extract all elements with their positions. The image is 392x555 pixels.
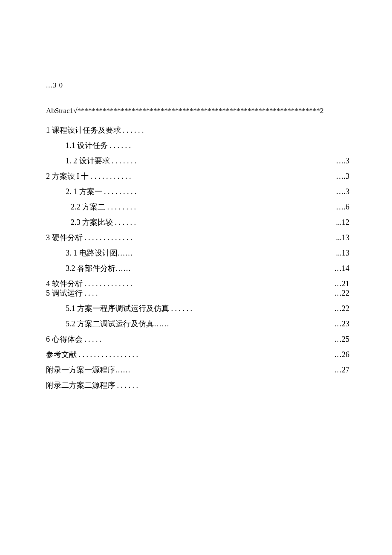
toc-entry-page: ….3 — [336, 188, 350, 195]
toc-entry: 2.2 方案二 . . . . . . . .….6 — [46, 203, 349, 211]
toc-entry-page: …21 — [334, 280, 349, 288]
toc-entry: 5.2 方案二调试运行及仿真………23 — [46, 320, 349, 328]
toc-entry: 5 调试运行 . . . .…22 — [46, 289, 349, 297]
toc-entry-page: ...13 — [336, 234, 350, 241]
toc-entry: 4 软件分析 . . . . . . . . . . . . .…21 — [46, 280, 349, 288]
toc-entry-label: 1. 2 设计要求 . . . . . . . — [46, 157, 137, 165]
toc-entry-page: …26 — [334, 351, 349, 358]
toc-entry-label: 2. 1 方案一 . . . . . . . . . — [46, 188, 137, 195]
toc-entry-page: …22 — [334, 289, 349, 297]
table-of-contents: 1 课程设计任务及要求 . . . . . .1.1 设计任务 . . . . … — [46, 126, 349, 389]
toc-entry: 6 心得体会 . . . . .…25 — [46, 335, 349, 343]
toc-entry-label: 3.2 各部件分析…… — [46, 264, 131, 272]
toc-entry-page: …27 — [334, 366, 349, 374]
toc-entry-label: 2 方案设 I 十 . . . . . . . . . . . — [46, 172, 131, 180]
toc-entry: 1.1 设计任务 . . . . . . — [46, 142, 349, 149]
toc-entry-label: 3 硬件分析 . . . . . . . . . . . . . — [46, 234, 133, 241]
top-note: ...3 0 — [46, 81, 349, 90]
toc-entry: 1. 2 设计要求 . . . . . . .….3 — [46, 157, 349, 165]
toc-entry: 2. 1 方案一 . . . . . . . . .….3 — [46, 188, 349, 195]
toc-entry-label: 5.1 方案一程序调试运行及仿真 . . . . . . — [46, 305, 192, 312]
toc-entry: 2.3 方案比较 . . . . . ....12 — [46, 218, 349, 226]
toc-entry: 3 硬件分析 . . . . . . . . . . . . ....13 — [46, 234, 349, 241]
toc-entry: 2 方案设 I 十 . . . . . . . . . . .….3 — [46, 172, 349, 180]
toc-entry-label: 4 软件分析 . . . . . . . . . . . . . — [46, 280, 133, 288]
toc-entry-page: ...13 — [336, 249, 350, 257]
toc-entry: 5.1 方案一程序调试运行及仿真 . . . . . .…22 — [46, 305, 349, 312]
toc-entry: 3. 1 电路设计图……...13 — [46, 249, 349, 257]
toc-entry-label: 6 心得体会 . . . . . — [46, 335, 102, 343]
toc-entry: 3.2 各部件分析………14 — [46, 264, 349, 272]
toc-entry-label: 附录二方案二源程序 . . . . . . — [46, 381, 138, 389]
toc-entry-page: ….3 — [336, 172, 350, 180]
toc-entry-label: 5 调试运行 . . . . — [46, 289, 98, 297]
toc-entry-label: 2.3 方案比较 . . . . . . — [46, 218, 136, 226]
toc-entry: 附录一方案一源程序………27 — [46, 366, 349, 374]
toc-entry-label: 5.2 方案二调试运行及仿真…… — [46, 320, 169, 328]
toc-entry-label: 3. 1 电路设计图…… — [46, 249, 133, 257]
toc-entry: 参考文献 . . . . . . . . . . . . . . . .…26 — [46, 351, 349, 358]
toc-entry-label: 1.1 设计任务 . . . . . . — [46, 142, 131, 149]
toc-entry-label: 附录一方案一源程序…… — [46, 366, 130, 374]
toc-entry-page: ….3 — [336, 157, 350, 165]
toc-entry-page: …14 — [334, 264, 349, 272]
abstract-line: AbStrac1√*******************************… — [46, 107, 349, 115]
toc-entry-page: …23 — [334, 320, 349, 328]
toc-entry-label: 1 课程设计任务及要求 . . . . . . — [46, 126, 144, 134]
document-page: ...3 0 AbStrac1√************************… — [0, 0, 392, 555]
toc-entry: 附录二方案二源程序 . . . . . . — [46, 381, 349, 389]
toc-entry-label: 参考文献 . . . . . . . . . . . . . . . . — [46, 351, 138, 358]
toc-entry-label: 2.2 方案二 . . . . . . . . — [46, 203, 136, 211]
toc-entry-page: ...12 — [336, 218, 350, 226]
toc-entry-page: ….6 — [336, 203, 350, 211]
toc-entry: 1 课程设计任务及要求 . . . . . . — [46, 126, 349, 134]
toc-entry-page: …22 — [334, 305, 349, 312]
toc-entry-page: …25 — [334, 335, 349, 343]
